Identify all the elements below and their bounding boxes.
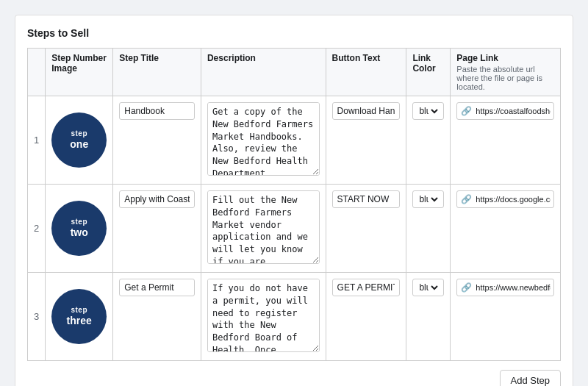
step-word-name: one	[70, 138, 88, 151]
step-title-cell	[113, 96, 201, 185]
button-text-cell	[326, 185, 406, 273]
step-title-cell	[113, 273, 201, 361]
step-title-input[interactable]	[119, 190, 195, 208]
step-word-name: three	[67, 315, 92, 327]
link-input-wrapper: 🔗	[456, 279, 554, 296]
link-icon: 🔗	[457, 191, 476, 207]
step-word-name: two	[71, 226, 88, 239]
link-color-cell: blueredgreenyellowwhite	[406, 96, 451, 185]
table-row: 3stepthreeblueredgreenyellowwhite🔗	[28, 273, 561, 361]
color-select-wrapper: blueredgreenyellowwhite	[412, 102, 444, 120]
link-color-select[interactable]: blueredgreenyellowwhite	[416, 282, 440, 293]
add-step-button[interactable]: Add Step	[500, 370, 562, 386]
link-color-select[interactable]: blueredgreenyellowwhite	[416, 105, 440, 117]
table-row: 2steptwoblueredgreenyellowwhite🔗	[28, 185, 561, 273]
col-header-link-color: Link Color	[406, 49, 451, 96]
color-select-wrapper: blueredgreenyellowwhite	[412, 190, 444, 208]
step-title-input[interactable]	[119, 102, 195, 120]
button-text-input[interactable]	[332, 279, 401, 296]
color-select-wrapper: blueredgreenyellowwhite	[412, 279, 444, 296]
row-number: 3	[28, 273, 46, 361]
col-header-description: Description	[201, 49, 326, 96]
page-link-cell: 🔗	[451, 96, 561, 185]
step-circle: stepthree	[51, 289, 107, 344]
step-word-step: step	[71, 129, 87, 138]
row-number: 2	[28, 185, 46, 273]
description-textarea[interactable]	[207, 190, 320, 264]
link-input-wrapper: 🔗	[456, 102, 554, 120]
section-title: Steps to Sell	[27, 27, 561, 39]
page-link-input[interactable]	[476, 192, 553, 207]
step-circle: stepone	[51, 112, 107, 168]
page-link-input[interactable]	[476, 104, 553, 118]
description-textarea[interactable]	[207, 279, 320, 352]
page-link-cell: 🔗	[451, 185, 561, 273]
button-text-input[interactable]	[332, 102, 401, 120]
steps-to-sell-container: Steps to Sell Step Number Image Step Tit…	[15, 15, 573, 386]
step-word-step: step	[71, 218, 87, 226]
steps-table: Step Number Image Step Title Description…	[27, 48, 561, 361]
step-image-cell: steptwo	[46, 185, 113, 273]
col-header-image: Step Number Image	[46, 49, 113, 96]
description-cell	[201, 96, 326, 185]
description-cell	[201, 273, 326, 361]
link-input-wrapper: 🔗	[456, 190, 554, 208]
step-word-step: step	[71, 306, 87, 315]
step-image-cell: stepthree	[46, 273, 113, 361]
link-color-cell: blueredgreenyellowwhite	[406, 185, 451, 273]
footer-row: Add Step	[27, 370, 561, 386]
row-number: 1	[28, 96, 46, 185]
link-icon: 🔗	[457, 279, 476, 296]
button-text-cell	[326, 273, 406, 361]
step-circle: steptwo	[51, 201, 107, 256]
step-image-cell: stepone	[46, 96, 113, 185]
description-cell	[201, 185, 326, 273]
description-textarea[interactable]	[207, 102, 320, 176]
col-header-number	[28, 49, 46, 96]
col-header-button-text: Button Text	[326, 49, 406, 96]
link-icon: 🔗	[457, 103, 476, 119]
page-link-input[interactable]	[476, 280, 553, 295]
button-text-cell	[326, 96, 406, 185]
step-title-cell	[113, 185, 201, 273]
step-title-input[interactable]	[119, 279, 195, 296]
button-text-input[interactable]	[332, 190, 401, 208]
link-color-cell: blueredgreenyellowwhite	[406, 273, 451, 361]
link-color-select[interactable]: blueredgreenyellowwhite	[416, 193, 440, 205]
col-header-page-link: Page Link Paste the absolute url where t…	[451, 49, 561, 96]
page-link-cell: 🔗	[451, 273, 561, 361]
col-header-title: Step Title	[113, 49, 201, 96]
table-row: 1steponeblueredgreenyellowwhite🔗	[28, 96, 561, 185]
